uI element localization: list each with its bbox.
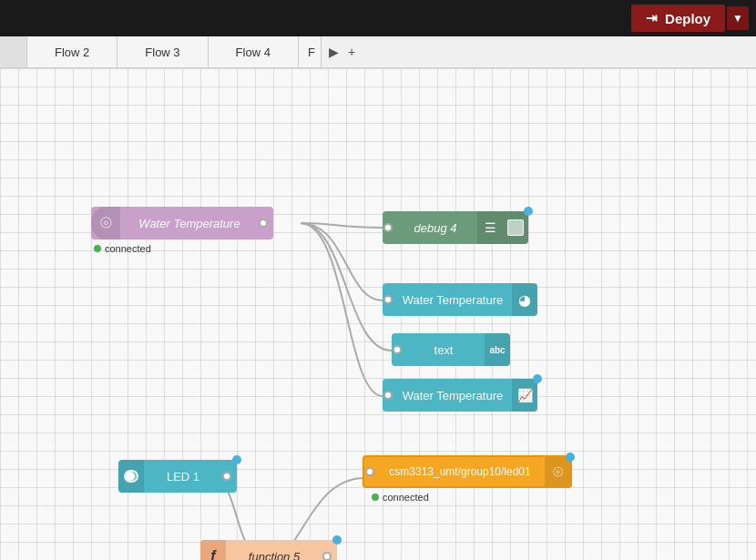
- header: ⇥ Deploy ▼: [0, 0, 756, 36]
- wifi-icon: ⦾: [91, 207, 120, 239]
- tab-spacer: [0, 36, 27, 67]
- node-text[interactable]: text abc: [392, 333, 510, 366]
- deploy-button[interactable]: ⇥ Deploy: [631, 5, 725, 32]
- led1-blue-dot: [232, 455, 241, 464]
- connected-dot: [94, 245, 101, 252]
- node-water-temp-chart[interactable]: Water Temperature 📈: [383, 379, 537, 412]
- led1-label: LED 1: [144, 470, 222, 484]
- debug4-label: debug 4: [393, 221, 477, 235]
- chart-label: Water Temperature: [393, 389, 512, 402]
- tab-flow4[interactable]: Flow 4: [209, 36, 299, 67]
- water-source-label: Water Temperature: [120, 217, 259, 230]
- deploy-label: Deploy: [665, 11, 710, 26]
- text-label: text: [403, 343, 485, 357]
- csm-status: connected: [372, 492, 429, 503]
- tab-next-button[interactable]: ▶: [325, 43, 342, 61]
- csm-label: csm3313_umt/group10/led01: [375, 465, 545, 478]
- csm-blue-dot: [566, 453, 575, 462]
- gauge-icon[interactable]: ◕: [512, 283, 537, 316]
- node-water-source[interactable]: ⦾ Water Temperature: [91, 207, 273, 239]
- node-debug4[interactable]: debug 4 ☰: [383, 211, 528, 244]
- gauge-port-left: [383, 283, 393, 316]
- chart-icon[interactable]: 📈: [512, 379, 537, 412]
- csm-port-left: [364, 457, 375, 486]
- tab-flow3[interactable]: Flow 3: [117, 36, 208, 67]
- chart-port-left: [383, 379, 393, 412]
- function5-blue-dot: [332, 535, 342, 545]
- debug4-square-icon[interactable]: [503, 211, 528, 244]
- text-port-left: [392, 333, 403, 366]
- canvas: ⦾ Water Temperature connected debug 4 ☰ …: [0, 68, 756, 560]
- tabs-bar: Flow 2 Flow 3 Flow 4 F ▶ +: [0, 36, 756, 68]
- node-function5[interactable]: f function 5: [200, 540, 337, 560]
- function-icon: f: [200, 540, 226, 560]
- debug4-blue-dot: [524, 207, 533, 216]
- csm-wifi-icon[interactable]: ⦾: [545, 457, 570, 486]
- led-toggle-icon: [118, 460, 144, 493]
- tab-partial[interactable]: F: [299, 36, 322, 67]
- deploy-icon: ⇥: [646, 10, 658, 26]
- tab-flow2[interactable]: Flow 2: [27, 36, 117, 67]
- node-led1[interactable]: LED 1: [118, 460, 237, 493]
- text-abc-icon[interactable]: abc: [485, 333, 510, 366]
- debug4-list-icon[interactable]: ☰: [477, 211, 503, 244]
- deploy-dropdown-button[interactable]: ▼: [727, 6, 749, 30]
- node-csm[interactable]: csm3313_umt/group10/led01 ⦾: [363, 455, 572, 488]
- node-water-temp-gauge[interactable]: Water Temperature ◕: [383, 283, 537, 316]
- csm-connected-dot: [372, 494, 379, 501]
- gauge-label: Water Temperature: [393, 293, 512, 307]
- tab-add-button[interactable]: +: [344, 43, 359, 61]
- chevron-down-icon: ▼: [732, 12, 743, 25]
- debug4-port-left: [383, 211, 393, 244]
- function5-label: function 5: [226, 550, 322, 561]
- water-source-status: connected: [94, 243, 151, 254]
- tab-controls: ▶ +: [322, 36, 363, 67]
- chart-blue-dot: [533, 374, 542, 383]
